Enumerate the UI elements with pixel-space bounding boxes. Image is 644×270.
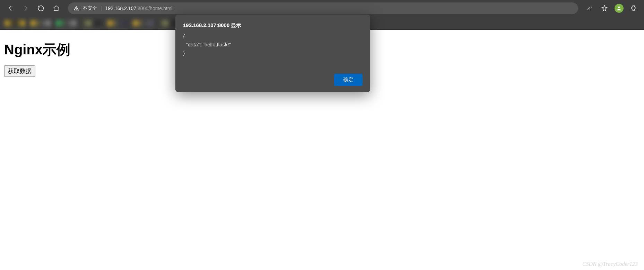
url-text: 192.168.2.107:8000/home.html xyxy=(105,6,173,11)
bookmark-item[interactable] xyxy=(105,18,130,28)
browser-toolbar: 不安全 | 192.168.2.107:8000/home.html A» xyxy=(0,0,644,17)
svg-point-0 xyxy=(618,7,620,8)
forward-button[interactable] xyxy=(19,2,32,15)
home-button[interactable] xyxy=(50,2,62,15)
read-aloud-icon[interactable]: A» xyxy=(584,2,596,15)
url-host: 192.168.2.107 xyxy=(105,6,137,11)
toolbar-right: A» xyxy=(584,2,640,15)
not-secure-label: 不安全 xyxy=(82,5,97,11)
alert-title: 192.168.2.107:8000 显示 xyxy=(183,22,363,29)
bookmark-item[interactable] xyxy=(3,18,27,28)
url-path: /home.html xyxy=(148,6,172,11)
javascript-alert-dialog: 192.168.2.107:8000 显示 { "data": "hello,f… xyxy=(175,15,370,92)
bookmark-item[interactable] xyxy=(28,18,53,28)
back-button[interactable] xyxy=(4,2,17,15)
alert-message: { "data": "hello,flask!" } xyxy=(183,32,363,57)
address-bar[interactable]: 不安全 | 192.168.2.107:8000/home.html xyxy=(68,2,578,14)
extensions-icon[interactable] xyxy=(627,2,640,15)
profile-avatar[interactable] xyxy=(613,2,625,15)
bookmark-item[interactable] xyxy=(131,18,155,28)
alert-ok-button[interactable]: 确定 xyxy=(334,74,363,86)
address-separator: | xyxy=(101,6,102,11)
fetch-data-button[interactable]: 获取数据 xyxy=(4,65,35,77)
refresh-button[interactable] xyxy=(35,2,47,15)
bookmark-item[interactable] xyxy=(80,18,104,28)
alert-actions: 确定 xyxy=(183,74,363,86)
url-port: :8000 xyxy=(136,6,148,11)
bookmark-item[interactable] xyxy=(54,18,78,28)
not-secure-icon xyxy=(73,6,79,11)
favorite-icon[interactable] xyxy=(598,2,611,15)
